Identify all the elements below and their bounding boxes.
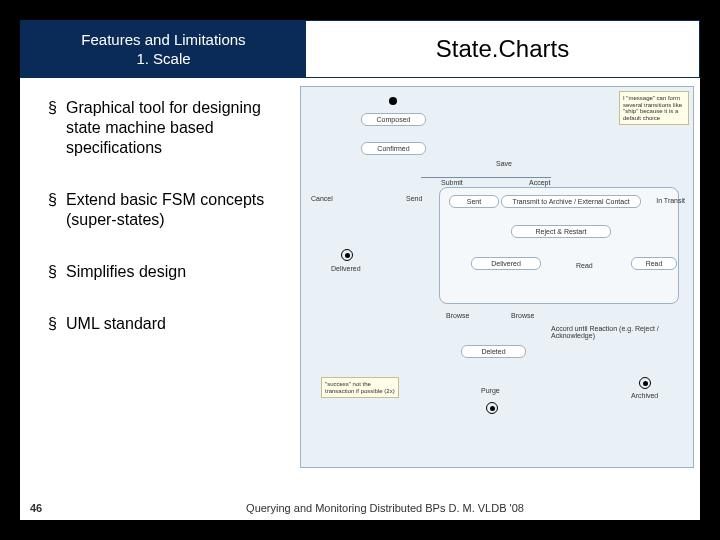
slide-body: Graphical tool for designing state machi… xyxy=(20,78,700,473)
header-left-block: Features and Limitations 1. Scale xyxy=(21,21,306,77)
bullet-item: UML standard xyxy=(48,314,290,334)
label-delivered-end: Delivered xyxy=(331,265,361,272)
label-read: Read xyxy=(576,262,593,269)
diagram-container: I "message" can form several transitions… xyxy=(300,78,700,473)
bullet-item: Extend basic FSM concepts (super-states) xyxy=(48,190,290,230)
final-state-icon xyxy=(639,377,651,389)
header-subtitle-line1: Features and Limitations xyxy=(81,30,245,50)
statechart-diagram: I "message" can form several transitions… xyxy=(300,86,694,468)
initial-state-icon xyxy=(389,97,397,105)
state-confirmed: Confirmed xyxy=(361,142,426,155)
note-box: I "message" can form several transitions… xyxy=(619,91,689,125)
state-reject-restart: Reject & Restart xyxy=(511,225,611,238)
label-cancel: Cancel xyxy=(311,195,333,202)
state-composed: Composed xyxy=(361,113,426,126)
slide-footer: 46 Querying and Monitoring Distributed B… xyxy=(20,502,700,514)
label-accept: Accept xyxy=(529,179,550,186)
label-archived: Archived xyxy=(631,392,658,399)
final-state-icon xyxy=(341,249,353,261)
header-subtitle-line2: 1. Scale xyxy=(136,49,190,69)
state-delivered: Delivered xyxy=(471,257,541,270)
label-submit: Submit xyxy=(441,179,463,186)
final-state-icon xyxy=(486,402,498,414)
slide-header: Features and Limitations 1. Scale State.… xyxy=(20,20,700,78)
slide-title: State.Charts xyxy=(306,21,699,77)
label-send: Send xyxy=(406,195,422,202)
label-browse: Browse xyxy=(446,312,469,319)
label-browse: Browse xyxy=(511,312,534,319)
slide: Features and Limitations 1. Scale State.… xyxy=(20,20,700,520)
label-accord: Accord until Reaction (e.g. Reject / Ack… xyxy=(551,325,691,339)
state-sent: Sent xyxy=(449,195,499,208)
bullet-item: Graphical tool for designing state machi… xyxy=(48,98,290,158)
state-read: Read xyxy=(631,257,677,270)
state-deleted: Deleted xyxy=(461,345,526,358)
bullet-list: Graphical tool for designing state machi… xyxy=(20,78,300,473)
footer-text: Querying and Monitoring Distributed BPs … xyxy=(70,502,700,514)
bullet-item: Simplifies design xyxy=(48,262,290,282)
page-number: 46 xyxy=(20,502,70,514)
note-box: "success" not the transaction if possibl… xyxy=(321,377,399,398)
label-in-transit: In Transit xyxy=(656,197,685,204)
state-transmit: Transmit to Archive / External Contact xyxy=(501,195,641,208)
label-save: Save xyxy=(496,160,512,167)
label-purge: Purge xyxy=(481,387,500,394)
